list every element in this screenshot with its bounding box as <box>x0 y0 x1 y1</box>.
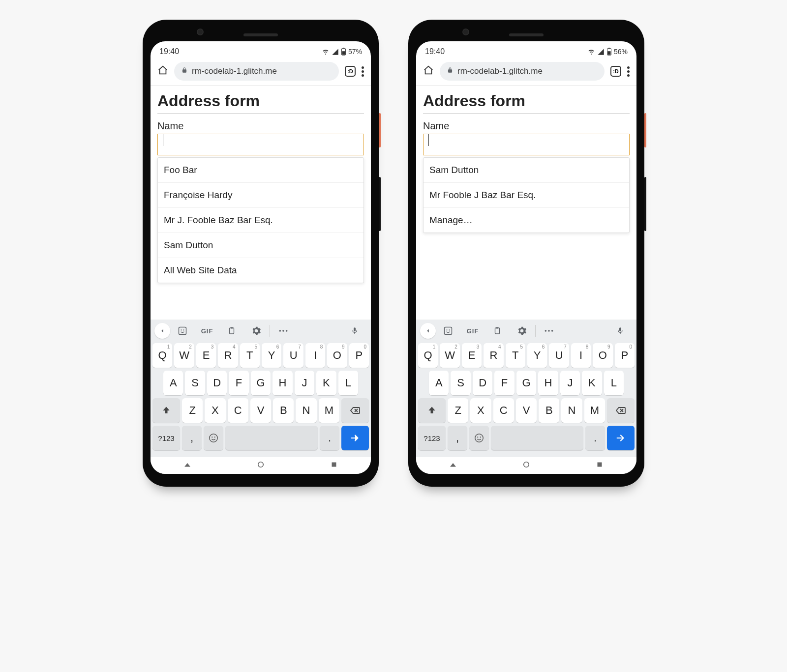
settings-icon[interactable] <box>244 322 269 340</box>
mic-icon[interactable] <box>608 322 633 340</box>
symbols-key[interactable]: ?123 <box>418 426 446 450</box>
letter-key[interactable]: G <box>251 371 271 395</box>
letter-key[interactable]: Y6 <box>262 343 281 368</box>
letter-key[interactable]: G <box>516 371 536 395</box>
letter-key[interactable]: E3 <box>196 343 216 368</box>
letter-key[interactable]: D <box>473 371 492 395</box>
letter-key[interactable]: L <box>338 371 358 395</box>
letter-key[interactable]: X <box>470 398 491 423</box>
more-icon[interactable] <box>537 322 561 340</box>
letter-key[interactable]: J <box>295 371 314 395</box>
gif-button[interactable]: GIF <box>460 322 485 340</box>
letter-key[interactable]: W2 <box>440 343 459 368</box>
letter-key[interactable]: A <box>163 371 183 395</box>
mic-icon[interactable] <box>342 322 367 340</box>
letter-key[interactable]: I8 <box>571 343 591 368</box>
symbols-key[interactable]: ?123 <box>152 426 180 450</box>
emoji-key[interactable] <box>469 426 489 450</box>
letter-key[interactable]: V <box>250 398 271 423</box>
overflow-menu-icon[interactable] <box>362 66 364 77</box>
letter-key[interactable]: D <box>207 371 227 395</box>
letter-key[interactable]: B <box>539 398 559 423</box>
letter-key[interactable]: C <box>493 398 514 423</box>
letter-key[interactable]: P0 <box>349 343 369 368</box>
period-key[interactable]: . <box>320 426 339 450</box>
letter-key[interactable]: Y6 <box>527 343 547 368</box>
letter-key[interactable]: X <box>205 398 225 423</box>
overflow-menu-icon[interactable] <box>627 66 630 77</box>
sticker-icon[interactable] <box>170 322 195 340</box>
emoji-key[interactable] <box>204 426 223 450</box>
letter-key[interactable]: S <box>185 371 205 395</box>
name-input[interactable] <box>423 134 630 155</box>
comma-key[interactable]: , <box>448 426 467 450</box>
letter-key[interactable]: N <box>561 398 582 423</box>
power-button[interactable] <box>644 113 646 147</box>
letter-key[interactable]: T5 <box>506 343 525 368</box>
backspace-key[interactable] <box>607 398 635 423</box>
letter-key[interactable]: A <box>429 371 449 395</box>
letter-key[interactable]: E3 <box>462 343 482 368</box>
url-bar[interactable]: rm-codelab-1.glitch.me <box>440 62 605 81</box>
home-icon[interactable] <box>423 65 434 78</box>
home-nav-icon[interactable] <box>522 460 531 471</box>
letter-key[interactable]: R4 <box>484 343 503 368</box>
shift-key[interactable] <box>418 398 446 423</box>
home-icon[interactable] <box>157 65 168 78</box>
tabs-button[interactable]: :D <box>610 66 621 77</box>
tabs-button[interactable]: :D <box>345 66 356 77</box>
more-icon[interactable] <box>271 322 296 340</box>
enter-key[interactable] <box>341 426 369 450</box>
volume-button[interactable] <box>379 177 381 231</box>
collapse-icon[interactable] <box>154 323 170 339</box>
recents-nav-icon[interactable] <box>330 460 338 471</box>
name-input[interactable] <box>157 134 364 155</box>
letter-key[interactable]: Z <box>182 398 203 423</box>
letter-key[interactable]: U7 <box>549 343 569 368</box>
autofill-item[interactable]: Françoise Hardy <box>158 183 363 208</box>
back-nav-icon[interactable] <box>183 460 192 471</box>
autofill-item[interactable]: Sam Dutton <box>424 158 629 183</box>
backspace-key[interactable] <box>341 398 369 423</box>
letter-key[interactable]: J <box>560 371 580 395</box>
gif-button[interactable]: GIF <box>195 322 219 340</box>
autofill-item[interactable]: All Web Site Data <box>158 258 363 283</box>
space-key[interactable] <box>491 426 583 450</box>
letter-key[interactable]: V <box>516 398 537 423</box>
letter-key[interactable]: U7 <box>283 343 303 368</box>
letter-key[interactable]: C <box>228 398 248 423</box>
clipboard-icon[interactable] <box>485 322 510 340</box>
power-button[interactable] <box>379 113 381 147</box>
collapse-icon[interactable] <box>420 323 436 339</box>
letter-key[interactable]: Q1 <box>418 343 438 368</box>
volume-button[interactable] <box>644 177 646 231</box>
period-key[interactable]: . <box>585 426 605 450</box>
letter-key[interactable]: B <box>273 398 294 423</box>
url-bar[interactable]: rm-codelab-1.glitch.me <box>174 62 339 81</box>
autofill-item[interactable]: Sam Dutton <box>158 233 363 258</box>
letter-key[interactable]: M <box>584 398 605 423</box>
letter-key[interactable]: H <box>538 371 558 395</box>
enter-key[interactable] <box>607 426 635 450</box>
letter-key[interactable]: K <box>582 371 602 395</box>
autofill-item[interactable]: Foo Bar <box>158 158 363 183</box>
shift-key[interactable] <box>152 398 180 423</box>
back-nav-icon[interactable] <box>449 460 457 471</box>
letter-key[interactable]: F <box>494 371 514 395</box>
letter-key[interactable]: H <box>272 371 292 395</box>
letter-key[interactable]: R4 <box>218 343 238 368</box>
letter-key[interactable]: F <box>229 371 248 395</box>
letter-key[interactable]: M <box>319 398 339 423</box>
letter-key[interactable]: Q1 <box>152 343 172 368</box>
sticker-icon[interactable] <box>436 322 460 340</box>
letter-key[interactable]: S <box>451 371 470 395</box>
letter-key[interactable]: L <box>604 371 624 395</box>
letter-key[interactable]: O9 <box>327 343 347 368</box>
settings-icon[interactable] <box>510 322 534 340</box>
letter-key[interactable]: T5 <box>240 343 260 368</box>
letter-key[interactable]: Z <box>448 398 468 423</box>
clipboard-icon[interactable] <box>219 322 244 340</box>
autofill-item[interactable]: Mr J. Fooble Baz Bar Esq. <box>158 208 363 233</box>
letter-key[interactable]: K <box>316 371 336 395</box>
recents-nav-icon[interactable] <box>595 460 604 471</box>
